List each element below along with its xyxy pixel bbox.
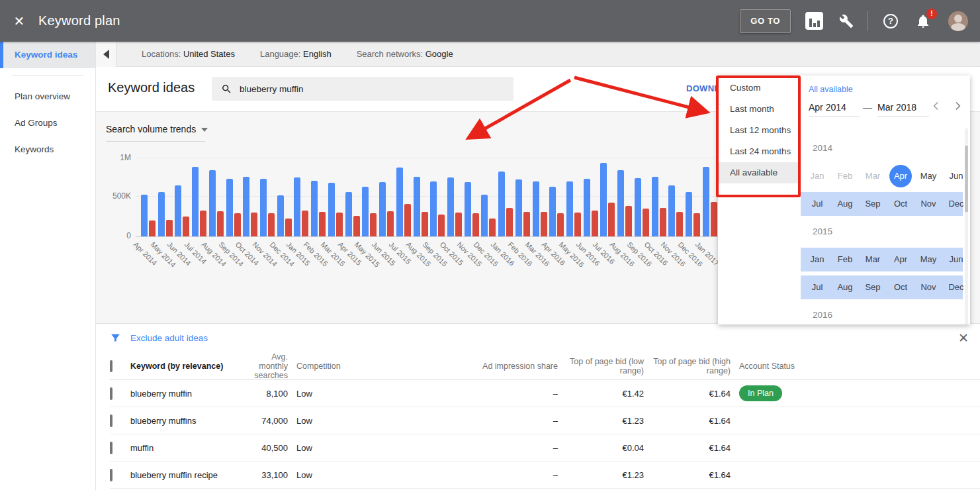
help-icon[interactable]: ? xyxy=(883,14,898,28)
month-cell-nov-2014[interactable]: Nov xyxy=(914,190,942,218)
preset-all-available-link[interactable]: All available xyxy=(809,85,853,94)
avg-searches-cell: 40,500 xyxy=(243,443,288,453)
x-axis-label: Jul 2014 xyxy=(183,240,208,266)
row-checkbox[interactable] xyxy=(110,442,112,454)
download-link[interactable]: DOWNL xyxy=(686,83,720,93)
row-checkbox[interactable] xyxy=(110,415,112,427)
table-row[interactable]: muffin40,500Low–€0.04€1.64 xyxy=(110,434,980,462)
chart-bar-blue xyxy=(277,195,284,236)
month-cell-may-2015[interactable]: May xyxy=(914,246,942,273)
competition-cell: Low xyxy=(288,416,407,426)
chart-bar-red xyxy=(676,212,683,236)
trends-dropdown[interactable]: Search volume trends xyxy=(106,124,208,134)
start-date-input[interactable]: Apr 2014 xyxy=(809,99,860,117)
x-axis-label: Apr 2015 xyxy=(336,240,363,267)
x-axis-label: Aug 2016 xyxy=(609,240,637,268)
chart-bar-red xyxy=(625,206,632,236)
month-cell-jul-2015[interactable]: Jul xyxy=(803,273,831,301)
networks-setting[interactable]: Search networks: Google xyxy=(357,49,453,59)
chart-bar-red xyxy=(422,212,428,236)
exclude-adult-ideas-link[interactable]: Exclude adult ideas xyxy=(130,333,208,343)
locations-value: United States xyxy=(183,49,235,59)
chart-bar-red xyxy=(574,213,581,236)
language-label: Language: xyxy=(260,49,300,59)
month-cell-feb-2015[interactable]: Feb xyxy=(831,246,859,273)
table-row[interactable]: blueberry muffin recipe33,100Low–€1.23€1… xyxy=(110,462,980,489)
sidebar-item-keywords[interactable]: Keywords xyxy=(0,136,95,163)
month-cell-mar-2015[interactable]: Mar xyxy=(859,246,887,273)
month-cell-may-2014[interactable]: May xyxy=(914,162,942,190)
sidebar-item-keyword-ideas[interactable]: Keyword ideas xyxy=(0,42,95,68)
close-icon[interactable]: ✕ xyxy=(958,330,969,346)
month-cell-sep-2015[interactable]: Sep xyxy=(859,273,887,301)
table-row[interactable]: blueberry muffin8,100Low–€1.42€1.64In Pl… xyxy=(110,380,980,407)
chart-bar-red xyxy=(166,220,173,236)
month-cell-jul-2014[interactable]: Jul xyxy=(803,190,831,218)
month-cell-jun-2015[interactable]: Jun xyxy=(942,246,963,273)
back-arrow-icon xyxy=(103,50,109,59)
in-plan-badge: In Plan xyxy=(739,385,782,401)
chart-bar-blue xyxy=(584,179,590,236)
competition-cell: Low xyxy=(288,443,407,453)
month-cell-jan-2015[interactable]: Jan xyxy=(803,246,831,273)
avatar[interactable] xyxy=(948,11,968,31)
chart-bar-red xyxy=(541,212,547,236)
month-cell-sep-2014[interactable]: Sep xyxy=(859,190,887,218)
wrench-icon[interactable] xyxy=(839,14,854,28)
bell-icon[interactable]: ! xyxy=(915,13,931,29)
top-bid-high-cell: €1.64 xyxy=(644,443,731,453)
month-cell-feb-2014: Feb xyxy=(831,162,859,190)
select-all-checkbox[interactable] xyxy=(110,360,112,372)
x-axis-label: Nov 2015 xyxy=(455,240,483,268)
chart-bar-blue xyxy=(260,179,267,236)
month-cell-oct-2015[interactable]: Oct xyxy=(887,273,914,301)
date-range-option-custom[interactable]: Custom xyxy=(718,77,801,99)
collapse-back-button[interactable] xyxy=(96,42,116,67)
x-axis-label: Nov 2016 xyxy=(660,240,688,268)
chart-bar-blue xyxy=(158,192,165,236)
month-cell-nov-2015[interactable]: Nov xyxy=(914,273,942,301)
end-date-input[interactable]: Mar 2018 xyxy=(877,99,929,117)
go-to-button[interactable]: GO TO xyxy=(740,9,791,33)
month-calendar: 2014JanFebMarAprMayJunJulAugSepOctNovDec… xyxy=(718,134,963,324)
month-cell-dec-2015[interactable]: Dec xyxy=(942,273,963,301)
close-icon[interactable]: ✕ xyxy=(11,13,27,29)
x-axis-label: Jun 2015 xyxy=(371,240,397,267)
x-axis-label: Sep 2015 xyxy=(422,240,449,268)
calendar-year-label: 2014 xyxy=(813,134,832,162)
month-cell-aug-2014[interactable]: Aug xyxy=(831,190,859,218)
x-axis-label: Sep 2014 xyxy=(217,240,245,268)
x-axis-label: Jun 2014 xyxy=(166,240,193,267)
chevron-left-icon[interactable] xyxy=(931,101,942,111)
x-axis-label: Apr 2016 xyxy=(541,240,567,267)
bar-chart-icon[interactable] xyxy=(805,12,823,30)
date-range-separator: — xyxy=(863,102,872,113)
row-checkbox[interactable] xyxy=(110,387,112,400)
x-axis-label: Nov 2014 xyxy=(251,240,279,268)
ad-impression-share-cell: – xyxy=(407,389,558,399)
chart-bar-blue xyxy=(703,167,709,236)
month-cell-dec-2014[interactable]: Dec xyxy=(942,190,963,218)
sidebar-item-plan-overview[interactable]: Plan overview xyxy=(0,83,95,110)
chevron-right-icon[interactable] xyxy=(952,101,963,111)
locations-setting[interactable]: Locations: United States xyxy=(142,49,235,59)
month-cell-jun-2014[interactable]: Jun xyxy=(942,162,963,190)
month-cell-aug-2015[interactable]: Aug xyxy=(831,273,859,301)
chart-bar-red xyxy=(506,208,513,236)
date-range-option-last-month[interactable]: Last month xyxy=(718,99,801,120)
chart-bar-red xyxy=(557,213,564,236)
table-row[interactable]: blueberry muffins74,000Low–€1.23€1.64 xyxy=(110,407,980,434)
language-setting[interactable]: Language: English xyxy=(260,49,332,59)
search-input[interactable] xyxy=(240,84,491,94)
chart-bar-red xyxy=(302,211,308,236)
panel-scrollbar-thumb[interactable] xyxy=(965,146,968,212)
sidebar-item-ad-groups[interactable]: Ad Groups xyxy=(0,110,95,136)
row-checkbox[interactable] xyxy=(110,469,112,481)
month-cell-oct-2014[interactable]: Oct xyxy=(887,190,914,218)
sidebar-item-label: Ad Groups xyxy=(15,118,58,128)
month-cell-apr-2015[interactable]: Apr xyxy=(887,246,914,273)
month-cell-apr-2014[interactable]: Apr xyxy=(887,162,914,190)
col-account-status: Account Status xyxy=(731,362,980,371)
x-axis-label: Feb 2015 xyxy=(302,240,330,268)
chart-bar-red xyxy=(472,213,479,236)
